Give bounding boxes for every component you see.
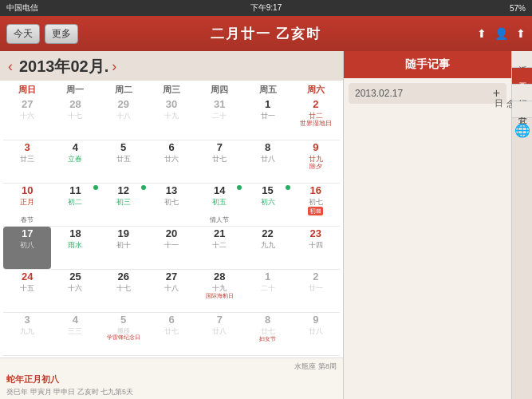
cal-week-row-6: 3九九 4三三 5搬移学雷锋纪念日 6廿七 7廿八 8廿七妇女节 9廿八 [3, 313, 340, 356]
weekday-wed: 周三 [148, 82, 195, 97]
cal-week-row-3: 10 正月 春节 11初二 12初三 13初七 14初五 情人节 [3, 184, 340, 227]
weekday-mon: 周一 [51, 82, 99, 97]
cal-day-feb26[interactable]: 26十七 [100, 270, 148, 313]
cal-day-feb28[interactable]: 28十九国际海豹日 [195, 270, 243, 313]
cal-day-mar1[interactable]: 1二十 [243, 270, 291, 313]
cal-day-feb8[interactable]: 8廿八 [243, 140, 291, 184]
cal-day-jan28[interactable]: 28十七 [51, 97, 99, 140]
cal-day-feb20[interactable]: 20十一 [148, 227, 195, 270]
prev-month-button[interactable]: ‹ [8, 58, 19, 75]
cal-day-feb23[interactable]: 23十四 [292, 227, 340, 270]
cal-week-row-5: 24十五 25十六 26十七 27十八 28十九国际海豹日 1二十 2廿一 [3, 270, 340, 313]
cal-day-jan31[interactable]: 31二十 [195, 97, 243, 140]
tab-shenghuo[interactable]: 生活 [512, 51, 532, 68]
network-icon[interactable]: ⬆ [516, 27, 526, 40]
cal-day-feb7[interactable]: 7廿七 [195, 140, 243, 184]
cal-day-feb17-today[interactable]: 17初八 [3, 227, 51, 270]
cal-day-jan29[interactable]: 29十八 [100, 97, 148, 140]
calendar-month-year: 2013年02月. [19, 56, 108, 77]
cal-day-feb27[interactable]: 27十八 [148, 270, 195, 313]
user-icon[interactable]: 👤 [495, 27, 508, 40]
status-left: 中国电信 [6, 2, 38, 14]
cal-day-jan27[interactable]: 27十六 [3, 97, 51, 140]
cal-day-feb14[interactable]: 14初五 情人节 [195, 184, 243, 227]
notes-section: 随手记事 2013.02.17 + [344, 51, 511, 399]
cal-day-feb9[interactable]: 9廿九除夕 [292, 140, 340, 184]
cal-week-row-1: 27十六 28十七 29十八 30十九 31二十 1廿一 2廿二世界湿地日 [3, 97, 340, 140]
weekday-fri: 周五 [243, 82, 291, 97]
notes-header: 随手记事 [344, 51, 511, 78]
day-subtitle: 癸巳年 甲寅月 甲申日 乙亥时 七九第5天 [6, 387, 337, 397]
water-sign: 水瓶座 第8周 [6, 361, 337, 372]
next-month-button[interactable]: › [108, 58, 116, 75]
weekday-thu: 周四 [195, 82, 243, 97]
cal-day-feb6[interactable]: 6廿六 [148, 140, 195, 184]
weekday-tue: 周二 [100, 82, 148, 97]
top-right-icons: ⬆ 👤 ⬆ [477, 27, 526, 40]
calendar-grid: 周日 周一 周二 周三 周四 周五 周六 27十六 28十七 29十八 30十九… [0, 81, 343, 358]
cal-day-feb24[interactable]: 24十五 [3, 270, 51, 313]
cal-day-feb13[interactable]: 13初七 [148, 184, 195, 227]
cal-day-feb11[interactable]: 11初二 [51, 184, 99, 227]
note-add-button[interactable]: + [488, 86, 500, 101]
status-time: 下午9:17 [250, 2, 282, 14]
cal-day-feb21[interactable]: 21十二 [195, 227, 243, 270]
share-icon[interactable]: ⬆ [477, 27, 487, 40]
cal-day-feb4[interactable]: 4立春 [51, 140, 99, 184]
cal-week-row-4: 17初八 18雨水 19初十 20十一 21十二 22九九 23十四 [3, 227, 340, 270]
note-date-label: 2013.02.17 [355, 88, 488, 99]
calendar-header: ‹ 2013年02月. › [0, 51, 343, 81]
cal-day-mar4[interactable]: 4三三 [51, 313, 99, 356]
cal-week-row-2: 3廿三 4立春 5廿五 6廿六 7廿七 8廿八 9廿九除夕 [3, 140, 340, 184]
cal-day-feb15[interactable]: 15初六 [243, 184, 291, 227]
cal-day-mar6[interactable]: 6廿七 [148, 313, 195, 356]
cal-day-feb2[interactable]: 2廿二世界湿地日 [292, 97, 340, 140]
cal-day-feb12[interactable]: 12初三 [100, 184, 148, 227]
weekday-sat: 周六 [292, 82, 340, 97]
top-bar: 今天 更多 二月廿一 乙亥时 ⬆ 👤 ⬆ [0, 16, 532, 51]
tab-gongzuo[interactable]: 工作 [512, 68, 532, 85]
cal-day-jan30[interactable]: 30十九 [148, 97, 195, 140]
weekday-sun: 周日 [3, 82, 51, 97]
main-content: ‹ 2013年02月. › 周日 周一 周二 周三 周四 周五 周六 27十六 … [0, 51, 532, 399]
today-button[interactable]: 今天 [6, 24, 40, 44]
more-button[interactable]: 更多 [45, 24, 78, 44]
tab-jinianci[interactable]: 纪念日 [512, 85, 532, 101]
notes-content: 2013.02.17 + [344, 78, 511, 399]
cal-day-feb5[interactable]: 5廿五 [100, 140, 148, 184]
globe-icon[interactable]: 🌐 [512, 118, 532, 143]
day-title: 蛇年正月初八 [6, 373, 337, 385]
cal-day-mar5[interactable]: 5搬移学雷锋纪念日 [100, 313, 148, 356]
cal-day-mar9[interactable]: 9廿八 [292, 313, 340, 356]
calendar-section: ‹ 2013年02月. › 周日 周一 周二 周三 周四 周五 周六 27十六 … [0, 51, 344, 399]
tab-qita[interactable]: 其它 [512, 101, 532, 118]
cal-day-feb10[interactable]: 10 正月 春节 [3, 184, 51, 227]
cal-day-feb22[interactable]: 22九九 [243, 227, 291, 270]
cal-day-feb3[interactable]: 3廿三 [3, 140, 51, 184]
cal-day-feb16[interactable]: 16 初七 初⊠ [292, 184, 340, 227]
cal-day-mar2[interactable]: 2廿一 [292, 270, 340, 313]
status-battery: 57% [510, 4, 526, 13]
cal-day-mar7[interactable]: 7廿八 [195, 313, 243, 356]
cal-day-mar8[interactable]: 8廿七妇女节 [243, 313, 291, 356]
cal-day-mar3[interactable]: 3九九 [3, 313, 51, 356]
cal-day-feb1[interactable]: 1廿一 [243, 97, 291, 140]
top-bar-title: 二月廿一 乙亥时 [211, 25, 322, 43]
right-tabs: 生活 工作 纪念日 其它 🌐 万年历推荐 [511, 51, 532, 399]
cal-day-feb19[interactable]: 19初十 [100, 227, 148, 270]
weekday-header-row: 周日 周一 周二 周三 周四 周五 周六 [3, 82, 340, 97]
cal-day-feb25[interactable]: 25十六 [51, 270, 99, 313]
note-date-row: 2013.02.17 + [349, 83, 506, 104]
cal-day-feb18[interactable]: 18雨水 [51, 227, 99, 270]
calendar-bottom-info: 水瓶座 第8周 蛇年正月初八 癸巳年 甲寅月 甲申日 乙亥时 七九第5天 截衣 … [0, 358, 343, 399]
